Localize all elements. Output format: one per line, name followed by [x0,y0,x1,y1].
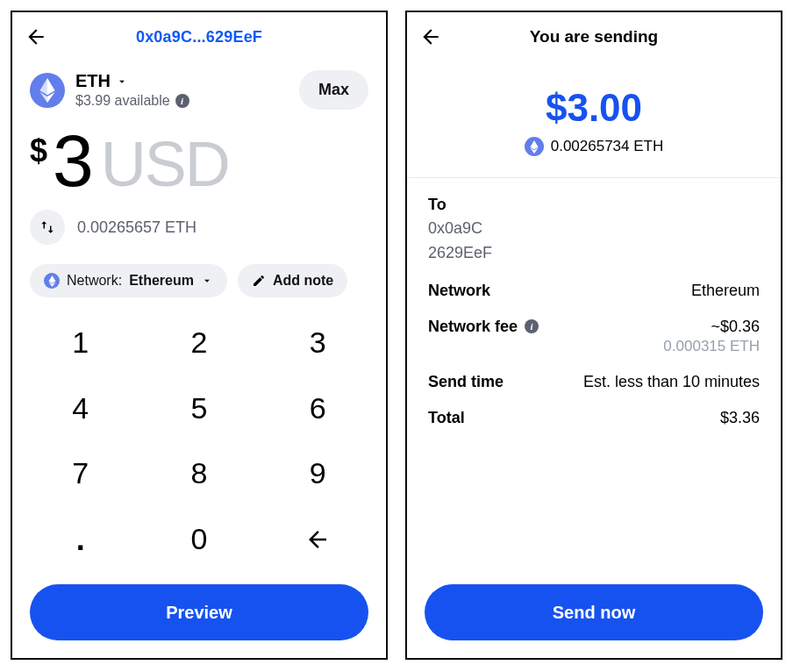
asset-info[interactable]: ETH $3.99 available i [75,71,189,109]
to-address-line2: 2629EeF [428,242,760,263]
keypad-3[interactable]: 3 [259,310,377,375]
arrow-left-icon [419,25,442,48]
keypad-7[interactable]: 7 [21,441,139,507]
send-now-button[interactable]: Send now [425,584,763,640]
total-label: Total [428,409,465,427]
total-value: $3.36 [720,409,760,427]
recipient-address-short: 0x0a9C...629EeF [136,28,262,46]
swap-icon [39,219,55,235]
options-row: Network: Ethereum Add note [12,257,386,306]
to-label: To [428,196,760,214]
info-icon[interactable]: i [525,319,539,333]
network-fee-row: Network fee i ~$0.36 0.000315 ETH [428,318,760,355]
amount-summary: $3.00 0.00265734 ETH [407,61,781,177]
keypad-0[interactable]: 0 [139,506,258,572]
network-fee-usd: ~$0.36 [711,318,760,335]
currency-symbol: $ [30,132,47,169]
available-balance-text: $3.99 available [75,93,170,109]
network-value: Ethereum [129,273,194,289]
network-label: Network [428,282,490,300]
keypad-1[interactable]: 1 [21,310,139,375]
eth-icon [30,73,65,108]
network-row: Network Ethereum [428,282,760,300]
preview-button[interactable]: Preview [30,584,368,640]
keypad-8[interactable]: 8 [139,441,258,507]
pencil-icon [252,274,266,288]
keypad-6[interactable]: 6 [259,375,377,441]
chevron-down-icon [116,75,128,88]
arrow-left-icon [25,25,47,48]
add-note-label: Add note [273,273,333,289]
back-button[interactable] [419,25,442,48]
to-address-line1: 0x0a9C [428,218,760,239]
max-button[interactable]: Max [299,70,368,110]
keypad-2[interactable]: 2 [139,310,258,375]
swap-currency-button[interactable] [30,210,65,245]
network-fee-eth: 0.000315 ETH [663,338,760,355]
add-note-button[interactable]: Add note [238,264,347,297]
network-fee-label: Network fee [428,318,518,336]
send-time-row: Send time Est. less than 10 minutes [428,373,760,391]
network-selector[interactable]: Network: Ethereum [30,264,227,297]
header: 0x0a9C...629EeF [12,12,386,61]
transaction-details: To 0x0a9C 2629EeF Network Ethereum Netwo… [407,178,781,581]
currency-code: USD [101,132,229,196]
header: You are sending [407,12,781,61]
arrow-left-icon [304,526,331,553]
send-enter-amount-screen: 0x0a9C...629EeF ETH $3.99 available i Ma… [11,11,388,660]
network-value: Ethereum [691,282,760,300]
asset-selector-row: ETH $3.99 available i Max [12,61,386,115]
converted-amount: 0.00265657 ETH [77,218,196,237]
keypad-4[interactable]: 4 [21,375,139,441]
send-amount-usd: $3.00 [546,86,642,130]
page-title: You are sending [530,27,658,46]
network-label: Network: [67,273,122,289]
keypad-backspace[interactable] [259,506,377,572]
total-row: Total $3.36 [428,409,760,427]
eth-icon [44,273,60,289]
eth-icon [525,137,544,156]
send-confirm-screen: You are sending $3.00 0.00265734 ETH To … [405,11,782,660]
send-time-label: Send time [428,373,504,391]
chevron-down-icon [201,275,213,287]
send-time-value: Est. less than 10 minutes [583,373,760,391]
info-icon[interactable]: i [175,94,189,108]
keypad-9[interactable]: 9 [259,441,377,507]
asset-symbol: ETH [75,71,111,91]
amount-display: $ 3 USD [12,115,386,197]
to-row: To 0x0a9C 2629EeF [428,196,760,264]
conversion-row: 0.00265657 ETH [12,197,386,257]
numeric-keypad: 1 2 3 4 5 6 7 8 9 . 0 [12,306,386,581]
send-amount-eth: 0.00265734 ETH [551,138,664,155]
amount-value: 3 [53,124,92,197]
keypad-5[interactable]: 5 [139,375,258,441]
keypad-decimal[interactable]: . [21,506,139,572]
back-button[interactable] [25,25,47,48]
